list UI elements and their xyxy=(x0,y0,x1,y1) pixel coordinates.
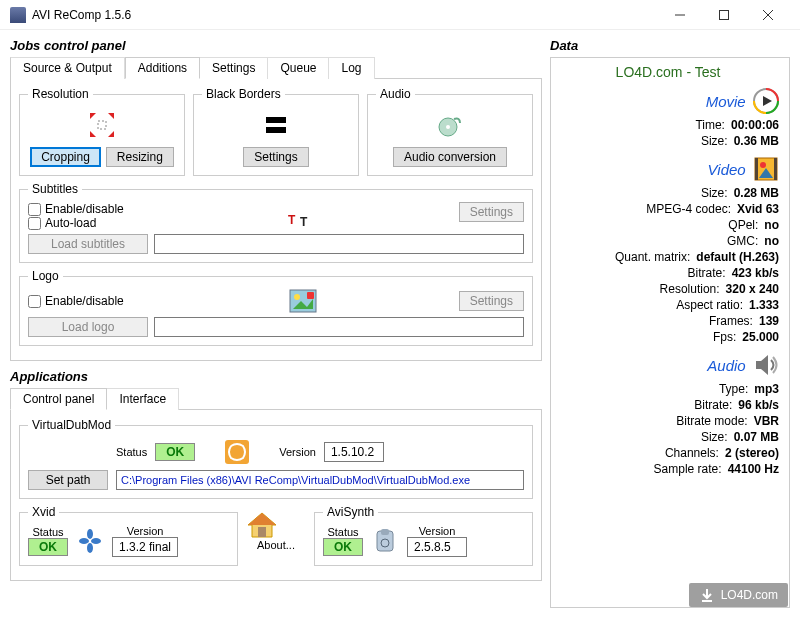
resolution-group: Resolution Cropping Resizing xyxy=(19,87,185,176)
tab-additions[interactable]: Additions xyxy=(125,57,200,79)
audio-conversion-button[interactable]: Audio conversion xyxy=(393,147,507,167)
window-title: AVI ReComp 1.5.6 xyxy=(32,8,658,22)
tab-interface[interactable]: Interface xyxy=(107,388,179,410)
svg-marker-7 xyxy=(108,131,114,137)
filmstrip-icon xyxy=(753,156,779,182)
video-section: Video xyxy=(557,156,779,182)
svg-rect-10 xyxy=(266,127,286,133)
svg-point-23 xyxy=(87,543,93,553)
svg-marker-37 xyxy=(756,355,768,375)
audio-group: Audio Audio conversion xyxy=(367,87,533,176)
data-row: Size:0.28 MB xyxy=(557,186,779,200)
subtitles-enable-checkbox[interactable]: Enable/disable xyxy=(28,202,148,216)
vdm-legend: VirtualDubMod xyxy=(28,418,115,432)
xvid-status-value: OK xyxy=(28,538,68,556)
vdm-version-label: Version xyxy=(279,446,316,458)
tab-settings[interactable]: Settings xyxy=(200,57,268,79)
vdm-icon xyxy=(223,438,251,466)
resolution-legend: Resolution xyxy=(28,87,93,101)
speaker-icon xyxy=(753,352,779,378)
subtitles-group: Subtitles Enable/disable Auto-load xyxy=(19,182,533,263)
vdm-group: VirtualDubMod Status OK Version 1.5.10.2… xyxy=(19,418,533,499)
data-row: Fps:25.000 xyxy=(557,330,779,344)
data-row: Bitrate:96 kb/s xyxy=(557,398,779,412)
svg-rect-28 xyxy=(381,529,389,535)
black-borders-settings-button[interactable]: Settings xyxy=(243,147,308,167)
movie-section: Movie xyxy=(557,88,779,114)
black-borders-icon xyxy=(262,111,290,139)
apps-panel: VirtualDubMod Status OK Version 1.5.10.2… xyxy=(10,410,542,581)
picture-icon xyxy=(289,289,317,313)
subtitles-autoload-checkbox[interactable]: Auto-load xyxy=(28,216,148,230)
svg-rect-9 xyxy=(266,117,286,123)
audio-section: Audio xyxy=(557,352,779,378)
data-row: Frames:139 xyxy=(557,314,779,328)
load-logo-button: Load logo xyxy=(28,317,148,337)
titlebar: AVI ReComp 1.5.6 xyxy=(0,0,800,30)
load-subtitles-button: Load subtitles xyxy=(28,234,148,254)
data-row: Sample rate:44100 Hz xyxy=(557,462,779,476)
avisynth-version-label: Version xyxy=(407,525,467,537)
logo-group: Logo Enable/disable xyxy=(19,269,533,346)
logo-path-field xyxy=(154,317,524,337)
data-row: Size:0.07 MB xyxy=(557,430,779,444)
svg-marker-5 xyxy=(108,113,114,119)
data-file-title: LO4D.com - Test xyxy=(557,64,779,80)
cropping-button[interactable]: Cropping xyxy=(30,147,101,167)
data-row: GMC:no xyxy=(557,234,779,248)
svg-marker-4 xyxy=(90,113,96,119)
font-icon: T T xyxy=(286,202,320,230)
data-row: Resolution:320 x 240 xyxy=(557,282,779,296)
avisynth-version-field[interactable]: 2.5.8.5 xyxy=(407,537,467,557)
vdm-path-field[interactable]: C:\Program Files (x86)\AVI ReComp\Virtua… xyxy=(116,470,524,490)
set-path-button[interactable]: Set path xyxy=(28,470,108,490)
data-row: Bitrate mode:VBR xyxy=(557,414,779,428)
avisynth-status-value: OK xyxy=(323,538,363,556)
subtitles-legend: Subtitles xyxy=(28,182,82,196)
logo-enable-checkbox[interactable]: Enable/disable xyxy=(28,294,148,308)
data-panel: LO4D.com - Test Movie Time:00:00:06Size:… xyxy=(550,57,790,608)
tab-source-output[interactable]: Source & Output xyxy=(10,57,125,79)
data-row: Quant. matrix:default (H.263) xyxy=(557,250,779,264)
resizing-button[interactable]: Resizing xyxy=(106,147,174,167)
svg-marker-25 xyxy=(248,513,276,525)
data-row: QPel:no xyxy=(557,218,779,232)
vdm-status-label: Status xyxy=(116,446,147,458)
subtitles-path-field xyxy=(154,234,524,254)
avisynth-status-label: Status xyxy=(323,526,363,538)
minimize-button[interactable] xyxy=(658,1,702,29)
apps-tabs: Control panel Interface xyxy=(10,388,542,410)
maximize-button[interactable] xyxy=(702,1,746,29)
tab-control-panel[interactable]: Control panel xyxy=(10,388,107,410)
tab-log[interactable]: Log xyxy=(329,57,374,79)
xvid-version-field[interactable]: 1.3.2 final xyxy=(112,537,178,557)
svg-marker-6 xyxy=(90,131,96,137)
svg-rect-1 xyxy=(720,10,729,19)
about-button[interactable]: About... xyxy=(246,505,306,572)
house-icon xyxy=(246,511,306,539)
svg-point-21 xyxy=(91,538,101,544)
data-row: Type:mp3 xyxy=(557,382,779,396)
jobs-tabs: Source & Output Additions Settings Queue… xyxy=(10,57,542,79)
svg-text:T: T xyxy=(288,213,296,227)
subtitles-settings-button: Settings xyxy=(459,202,524,222)
svg-text:T: T xyxy=(300,215,308,229)
download-icon xyxy=(699,587,715,603)
vdm-status-value: OK xyxy=(155,443,195,461)
close-button[interactable] xyxy=(746,1,790,29)
svg-rect-26 xyxy=(258,527,266,537)
svg-point-12 xyxy=(446,125,450,129)
avisynth-group: AviSynth Status OK xyxy=(314,505,533,566)
app-icon xyxy=(10,7,26,23)
svg-point-35 xyxy=(760,162,766,168)
logo-legend: Logo xyxy=(28,269,63,283)
data-row: Aspect ratio:1.333 xyxy=(557,298,779,312)
data-heading: Data xyxy=(550,38,790,53)
svg-rect-33 xyxy=(755,158,758,180)
tab-queue[interactable]: Queue xyxy=(268,57,329,79)
data-row: Bitrate:423 kb/s xyxy=(557,266,779,280)
svg-rect-34 xyxy=(774,158,777,180)
vdm-version-field[interactable]: 1.5.10.2 xyxy=(324,442,384,462)
logo-settings-button: Settings xyxy=(459,291,524,311)
apps-heading: Applications xyxy=(10,369,542,384)
